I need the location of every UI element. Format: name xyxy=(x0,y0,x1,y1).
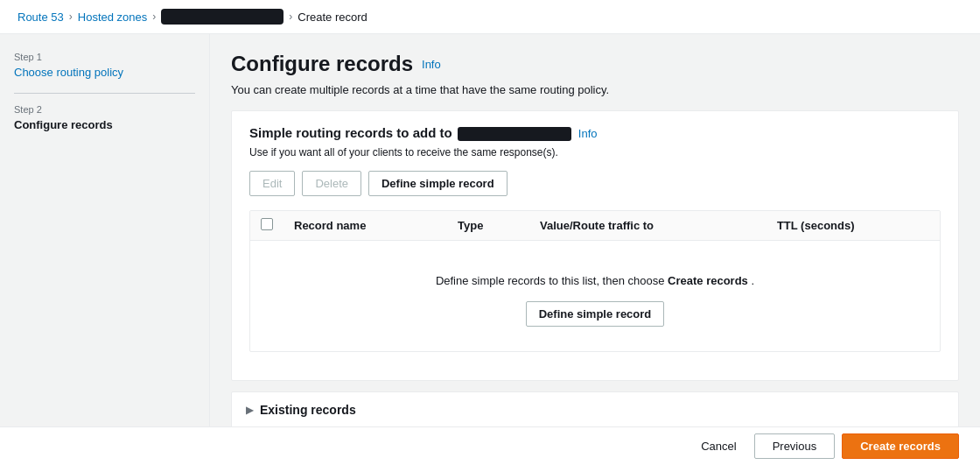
create-records-button[interactable]: Create records xyxy=(842,433,959,459)
delete-button[interactable]: Delete xyxy=(302,171,361,196)
page-info-link[interactable]: Info xyxy=(422,58,441,71)
card-title: Simple routing records to add to xyxy=(249,125,571,141)
main-layout: Step 1 Choose routing policy Step 2 Conf… xyxy=(0,34,980,460)
step2-label: Step 2 xyxy=(14,104,195,115)
define-simple-record-button-empty[interactable]: Define simple record xyxy=(526,301,665,327)
breadcrumb-bar: Route 53 › Hosted zones › › Create recor… xyxy=(0,0,980,34)
existing-records-section[interactable]: ▶ Existing records xyxy=(231,391,959,428)
table-header-value: Value/Route traffic to xyxy=(529,211,766,241)
previous-button[interactable]: Previous xyxy=(754,433,836,459)
page-title: Configure records xyxy=(231,52,413,76)
card-title-prefix: Simple routing records to add to xyxy=(249,125,452,140)
sidebar-divider xyxy=(14,93,195,94)
card-subtitle: Use if you want all of your clients to r… xyxy=(249,146,941,159)
page-description: You can create multiple records at a tim… xyxy=(231,83,959,96)
breadcrumb-hosted-zones[interactable]: Hosted zones xyxy=(78,11,148,24)
page-title-row: Configure records Info xyxy=(231,52,959,76)
breadcrumb-sep1: › xyxy=(69,11,73,23)
sidebar-item-configure-records[interactable]: Configure records xyxy=(14,118,195,131)
table-empty-state-row: Define simple records to this list, then… xyxy=(250,241,940,352)
edit-button[interactable]: Edit xyxy=(249,171,295,196)
breadcrumb-current: Create record xyxy=(298,11,367,24)
empty-state-text-before: Define simple records to this list, then… xyxy=(436,274,665,287)
cancel-button[interactable]: Cancel xyxy=(690,434,746,458)
existing-records-label: Existing records xyxy=(260,403,356,417)
records-table: Record name Type Value/Route traffic to … xyxy=(250,211,940,351)
table-header-record-name: Record name xyxy=(284,211,447,241)
empty-state: Define simple records to this list, then… xyxy=(261,248,929,344)
select-all-checkbox[interactable] xyxy=(261,218,273,230)
breadcrumb-sep3: › xyxy=(289,11,292,23)
card-buttons-row: Edit Delete Define simple record xyxy=(249,171,941,196)
empty-state-text-after: . xyxy=(751,274,754,287)
card-header-row: Simple routing records to add to Info xyxy=(249,125,941,141)
breadcrumb-zone-name xyxy=(161,9,284,25)
breadcrumb-route53[interactable]: Route 53 xyxy=(18,11,64,24)
empty-state-highlight: Create records xyxy=(668,274,748,287)
content-area: Configure records Info You can create mu… xyxy=(210,34,980,460)
sidebar: Step 1 Choose routing policy Step 2 Conf… xyxy=(0,34,210,460)
records-table-container: Record name Type Value/Route traffic to … xyxy=(249,210,941,352)
define-simple-record-button-top[interactable]: Define simple record xyxy=(368,171,508,196)
table-header-type: Type xyxy=(447,211,529,241)
sidebar-item-choose-routing[interactable]: Choose routing policy xyxy=(14,66,195,79)
footer: Cancel Previous Create records xyxy=(0,426,980,465)
simple-routing-card: Simple routing records to add to Info Us… xyxy=(231,110,959,381)
expand-icon: ▶ xyxy=(246,405,253,416)
empty-state-text: Define simple records to this list, then… xyxy=(275,274,915,287)
table-header-row: Record name Type Value/Route traffic to … xyxy=(250,211,940,241)
card-info-link[interactable]: Info xyxy=(578,127,598,140)
table-header-ttl: TTL (seconds) xyxy=(766,211,940,241)
card-title-zone-masked xyxy=(458,127,571,141)
step1-label: Step 1 xyxy=(14,52,195,62)
table-header-checkbox-col xyxy=(250,211,284,241)
breadcrumb-sep2: › xyxy=(152,11,156,23)
